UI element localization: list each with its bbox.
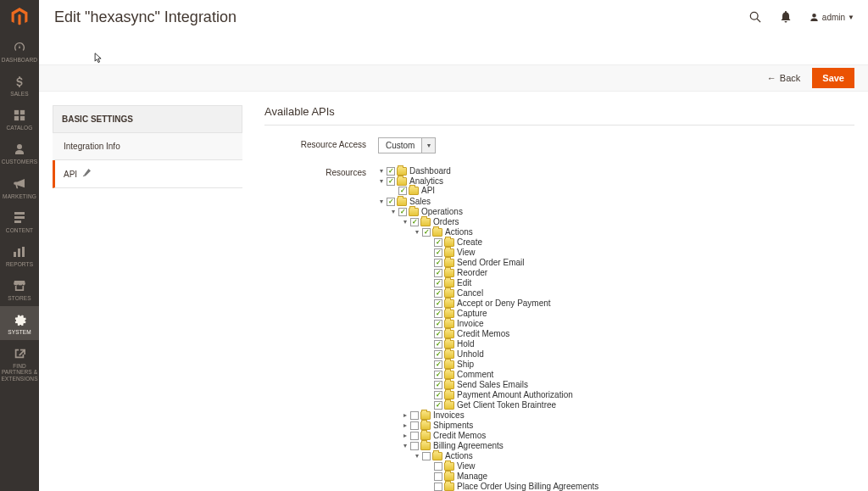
- tab-api[interactable]: API: [53, 160, 242, 188]
- tree-node[interactable]: ▸Place Order Using Billing Agreements: [426, 483, 598, 491]
- tree-checkbox[interactable]: [398, 208, 407, 216]
- tree-checkbox[interactable]: [434, 248, 442, 257]
- tree-expander-icon[interactable]: ▾: [414, 229, 420, 236]
- tree-checkbox[interactable]: [434, 289, 442, 298]
- tree-checkbox[interactable]: [398, 187, 407, 195]
- nav-sales[interactable]: SALES: [0, 68, 39, 102]
- tree-checkbox[interactable]: [434, 330, 442, 338]
- tree-checkbox[interactable]: [387, 177, 395, 186]
- nav-stores[interactable]: STORES: [0, 272, 39, 306]
- notifications-icon[interactable]: [779, 10, 793, 24]
- tree-expander-icon[interactable]: ▾: [390, 209, 397, 215]
- resource-access-select[interactable]: Custom ▼: [378, 137, 436, 153]
- tree-node[interactable]: ▸Manage: [426, 472, 487, 481]
- tree-node[interactable]: ▾Actions: [414, 452, 473, 460]
- nav-customers[interactable]: CUSTOMERS: [0, 136, 39, 170]
- nav-system[interactable]: SYSTEM: [0, 306, 39, 340]
- tree-node[interactable]: ▾Dashboard: [378, 167, 451, 176]
- tree-expander-icon[interactable]: ▾: [378, 178, 385, 185]
- tree-checkbox[interactable]: [434, 259, 442, 267]
- tree-node[interactable]: ▸Send Sales Emails: [426, 381, 528, 389]
- tree-checkbox[interactable]: [434, 462, 442, 471]
- nav-catalog[interactable]: CATALOG: [0, 102, 39, 136]
- tree-node-label: Sales: [409, 198, 431, 206]
- tree-node[interactable]: ▸Payment Amount Authorization: [426, 391, 573, 399]
- save-button[interactable]: Save: [812, 68, 854, 88]
- tree-checkbox[interactable]: [387, 198, 395, 206]
- tree-node[interactable]: ▸Credit Memos: [402, 432, 486, 440]
- tree-checkbox[interactable]: [434, 360, 442, 369]
- tab-integration-info[interactable]: Integration Info: [53, 133, 242, 160]
- folder-icon: [444, 320, 454, 328]
- tree-node[interactable]: ▸View: [426, 462, 476, 471]
- tree-checkbox[interactable]: [422, 228, 431, 237]
- tree-node[interactable]: ▸View: [426, 248, 476, 257]
- tree-node[interactable]: ▸Hold: [426, 340, 475, 349]
- search-icon[interactable]: [748, 10, 762, 24]
- tree-expander-icon[interactable]: ▾: [402, 443, 409, 449]
- tree-checkbox[interactable]: [434, 269, 442, 277]
- tree-checkbox[interactable]: [434, 279, 442, 287]
- tree-checkbox[interactable]: [387, 167, 395, 176]
- tree-node[interactable]: ▸Shipments: [402, 421, 473, 430]
- tree-expander-icon[interactable]: ▸: [402, 422, 409, 429]
- folder-icon: [420, 442, 431, 450]
- tree-checkbox[interactable]: [410, 411, 419, 420]
- nav-partners[interactable]: FIND PARTNERS & EXTENSIONS: [0, 340, 39, 386]
- tree-node[interactable]: ▸Unhold: [426, 350, 484, 359]
- tree-node[interactable]: ▸Credit Memos: [426, 330, 509, 338]
- folder-icon: [444, 371, 454, 379]
- tree-node[interactable]: ▸Edit: [426, 279, 471, 287]
- admin-account-menu[interactable]: admin ▼: [810, 13, 854, 22]
- tree-checkbox[interactable]: [410, 421, 419, 430]
- tree-node[interactable]: ▾Operations: [390, 208, 463, 216]
- tree-node[interactable]: ▾Actions: [414, 228, 473, 237]
- tree-node[interactable]: ▸Get Client Token Braintree: [426, 401, 556, 410]
- tree-checkbox[interactable]: [434, 310, 442, 318]
- tree-node[interactable]: ▸Comment: [426, 371, 493, 379]
- tree-node[interactable]: ▾Sales: [378, 198, 431, 206]
- tree-checkbox[interactable]: [410, 442, 419, 450]
- tree-checkbox[interactable]: [434, 340, 442, 349]
- tree-expander-icon[interactable]: ▾: [378, 168, 385, 175]
- tree-checkbox[interactable]: [434, 371, 442, 379]
- tree-expander-icon[interactable]: ▾: [378, 198, 385, 205]
- tree-checkbox[interactable]: [434, 238, 442, 247]
- tree-node[interactable]: ▸Cancel: [426, 289, 483, 298]
- tree-checkbox[interactable]: [434, 483, 442, 491]
- tree-checkbox[interactable]: [434, 381, 442, 389]
- tree-node[interactable]: ▸Invoices: [402, 411, 465, 420]
- tree-node[interactable]: ▸Ship: [426, 360, 474, 369]
- back-button[interactable]: ← Back: [767, 73, 800, 83]
- nav-content[interactable]: CONTENT: [0, 204, 39, 238]
- tree-checkbox[interactable]: [434, 391, 442, 399]
- tree-node[interactable]: ▸Capture: [426, 310, 487, 318]
- tree-checkbox[interactable]: [434, 401, 442, 410]
- tree-expander-icon[interactable]: ▾: [402, 219, 409, 226]
- tree-node[interactable]: ▸Accept or Deny Payment: [426, 299, 551, 308]
- tree-node[interactable]: API: [390, 187, 435, 195]
- stores-icon: [13, 279, 26, 293]
- tree-checkbox[interactable]: [434, 350, 442, 359]
- tree-checkbox[interactable]: [422, 452, 431, 460]
- tree-checkbox[interactable]: [434, 299, 442, 308]
- tree-checkbox[interactable]: [434, 472, 442, 481]
- nav-marketing[interactable]: MARKETING: [0, 170, 39, 204]
- tree-node[interactable]: ▸Invoice: [426, 320, 484, 328]
- tree-node[interactable]: ▸Send Order Email: [426, 259, 524, 267]
- tree-expander-icon[interactable]: ▾: [414, 453, 420, 460]
- tree-checkbox[interactable]: [410, 218, 419, 226]
- tree-checkbox[interactable]: [434, 320, 442, 328]
- tree-node[interactable]: ▾Orders: [402, 218, 459, 226]
- tree-checkbox[interactable]: [410, 432, 419, 440]
- nav-dashboard[interactable]: DASHBOARD: [0, 34, 39, 68]
- folder-icon: [444, 401, 454, 410]
- nav-reports[interactable]: REPORTS: [0, 238, 39, 272]
- catalog-icon: [13, 109, 26, 122]
- tree-expander-icon[interactable]: ▸: [402, 432, 409, 439]
- magento-logo[interactable]: [0, 0, 39, 34]
- tree-node[interactable]: ▸Reorder: [426, 269, 487, 277]
- tree-expander-icon[interactable]: ▸: [402, 412, 409, 419]
- tree-node[interactable]: ▸Create: [426, 238, 482, 247]
- tree-node[interactable]: ▾Billing Agreements: [402, 442, 504, 450]
